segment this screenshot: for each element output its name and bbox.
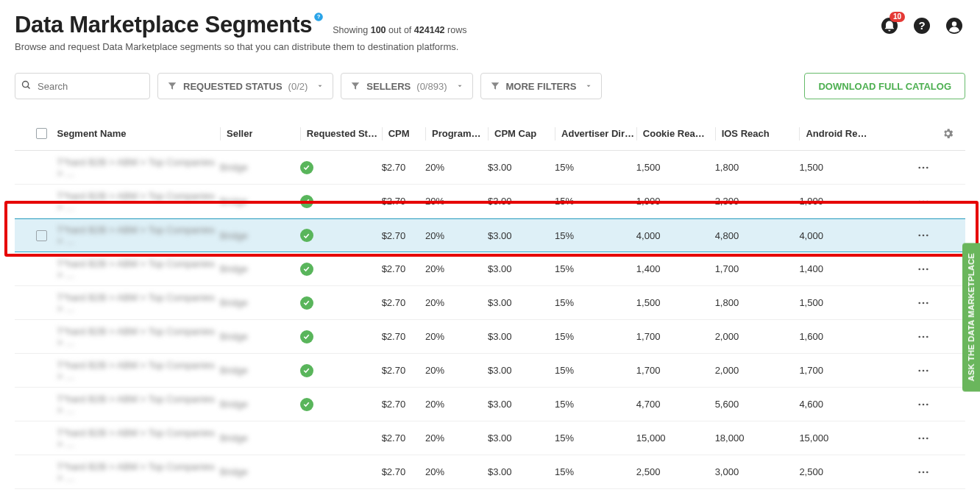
help-button[interactable]: ? [911, 15, 933, 37]
filter-sellers[interactable]: SELLERS (0/893) [341, 73, 472, 99]
cell-segment-name: T*hard B2B > ABM > Top Companies > … [57, 393, 221, 416]
cell-cpm-cap: $3.00 [488, 331, 512, 342]
col-program[interactable]: Program… [432, 128, 480, 139]
col-cpm-cap[interactable]: CPM Cap [494, 128, 536, 139]
cell-status [300, 229, 382, 242]
cell-seller: Bridge [220, 331, 248, 342]
select-all-checkbox[interactable] [36, 128, 47, 139]
cell-android: 1,700 [799, 365, 823, 376]
svg-point-12 [919, 200, 921, 202]
row-more-button[interactable] [891, 364, 934, 377]
row-more-button[interactable] [891, 466, 934, 479]
cell-ios: 5,600 [715, 399, 739, 410]
table-row[interactable]: T*hard B2B > ABM > Top Companies > … Bri… [15, 151, 965, 185]
cell-status [300, 296, 382, 310]
cell-seller: Bridge [220, 297, 248, 308]
showing-text: Showing 100 out of 424142 rows [333, 25, 466, 35]
cell-cpm: $2.70 [382, 432, 406, 444]
svg-point-21 [919, 302, 921, 304]
cell-ios: 4,800 [715, 230, 739, 241]
svg-point-10 [923, 166, 925, 168]
row-checkbox[interactable] [36, 230, 47, 241]
table-row[interactable]: T*hard B2B > ABM > Top Companies > … Bri… [15, 354, 965, 388]
cell-ios: 1,700 [715, 263, 739, 274]
cell-ios: 3,000 [715, 466, 739, 477]
side-tab-ask-marketplace[interactable]: ASK THE DATA MARKETPLACE [962, 243, 980, 391]
svg-point-11 [926, 166, 928, 168]
table-row[interactable]: T*hard B2B > ABM > Top Companies > … Bri… [15, 252, 965, 286]
row-more-button[interactable] [891, 195, 934, 208]
download-catalog-button[interactable]: DOWNLOAD FULL CATALOG [804, 73, 965, 99]
row-more-button[interactable] [891, 330, 934, 343]
cell-segment-name: T*hard B2B > ABM > Top Companies > … [57, 157, 221, 179]
col-ios-reach[interactable]: IOS Reach [722, 128, 770, 139]
table-row[interactable]: T*hard B2B > ABM > Top Companies > … Bri… [15, 218, 965, 252]
col-segment-name[interactable]: Segment Name [57, 128, 127, 139]
col-requested-status[interactable]: Requested Sta… [307, 128, 382, 139]
search-input[interactable] [15, 73, 150, 99]
svg-point-28 [923, 369, 925, 371]
cell-android: 1,900 [799, 196, 823, 207]
cell-android: 4,000 [799, 230, 823, 241]
row-more-button[interactable] [891, 263, 934, 276]
row-more-button[interactable] [891, 398, 934, 411]
table-row[interactable]: T*hard B2B > ABM > Top Companies > … Bri… [15, 286, 965, 320]
checkmark-icon [300, 195, 313, 208]
table-row[interactable]: T*hard B2B > ABM > Top Companies > … Bri… [15, 388, 965, 421]
cell-cpm: $2.70 [382, 399, 406, 410]
cell-android: 1,500 [799, 297, 823, 308]
col-android-reach[interactable]: Android Re… [806, 128, 867, 139]
gear-icon[interactable] [934, 127, 961, 140]
chevron-down-icon [316, 82, 324, 90]
cell-program: 20% [425, 399, 444, 410]
cell-cpm: $2.70 [382, 162, 406, 173]
cell-segment-name: T*hard B2B > ABM > Top Companies > … [57, 224, 221, 246]
svg-point-33 [919, 437, 921, 439]
cell-adv-dir: 15% [555, 162, 574, 173]
search-input-wrap[interactable] [15, 73, 150, 99]
col-cpm[interactable]: CPM [388, 128, 410, 139]
chevron-down-icon [585, 82, 592, 90]
checkmark-icon [300, 263, 313, 276]
table-row[interactable]: T*hard B2B > ABM > Top Companies > … Bri… [15, 421, 965, 455]
notifications-button[interactable]: 10 [878, 15, 901, 37]
col-seller[interactable]: Seller [227, 128, 252, 139]
svg-point-16 [923, 235, 925, 237]
filter-requested-status[interactable]: REQUESTED STATUS (0/2) [157, 73, 333, 99]
help-icon[interactable]: ? [313, 12, 324, 25]
filter-label: SELLERS [366, 81, 411, 92]
svg-point-25 [923, 335, 925, 338]
cell-cpm-cap: $3.00 [488, 162, 512, 173]
cell-program: 20% [425, 196, 444, 207]
col-cookie-reach[interactable]: Cookie Rea… [643, 128, 705, 139]
chevron-down-icon [456, 82, 464, 90]
svg-point-37 [923, 471, 925, 473]
table-row[interactable]: T*hard B2B > ABM > Top Companies > … Bri… [15, 455, 965, 489]
svg-line-8 [28, 87, 30, 89]
svg-text:?: ? [317, 13, 321, 20]
cell-seller: Bridge [220, 230, 248, 241]
cell-cookie: 1,900 [636, 196, 661, 207]
svg-point-31 [923, 403, 925, 405]
filter-more[interactable]: MORE FILTERS [480, 73, 603, 99]
cell-segment-name: T*hard B2B > ABM > Top Companies > … [57, 360, 221, 382]
svg-point-6 [952, 21, 956, 26]
account-button[interactable] [943, 15, 965, 37]
svg-point-26 [926, 335, 928, 338]
cell-cpm: $2.70 [382, 365, 406, 376]
cell-segment-name: T*hard B2B > ABM > Top Companies > … [57, 461, 221, 483]
table-row[interactable]: T*hard B2B > ABM > Top Companies > … Bri… [15, 320, 965, 354]
cell-segment-name: T*hard B2B > ABM > Top Companies > … [57, 292, 221, 314]
cell-seller: Bridge [220, 432, 248, 444]
row-more-button[interactable] [891, 161, 934, 174]
row-more-button[interactable] [891, 296, 934, 310]
cell-status [300, 161, 382, 174]
row-more-button[interactable] [891, 229, 934, 242]
cell-cpm-cap: $3.00 [488, 263, 512, 274]
col-advertiser-dir[interactable]: Advertiser Dir… [561, 128, 634, 139]
row-more-button[interactable] [891, 432, 934, 445]
svg-point-30 [919, 403, 921, 405]
table-row[interactable]: T*hard B2B > ABM > Top Companies > … Bri… [15, 185, 965, 218]
cell-adv-dir: 15% [555, 196, 574, 207]
cell-cookie: 4,000 [636, 230, 661, 241]
